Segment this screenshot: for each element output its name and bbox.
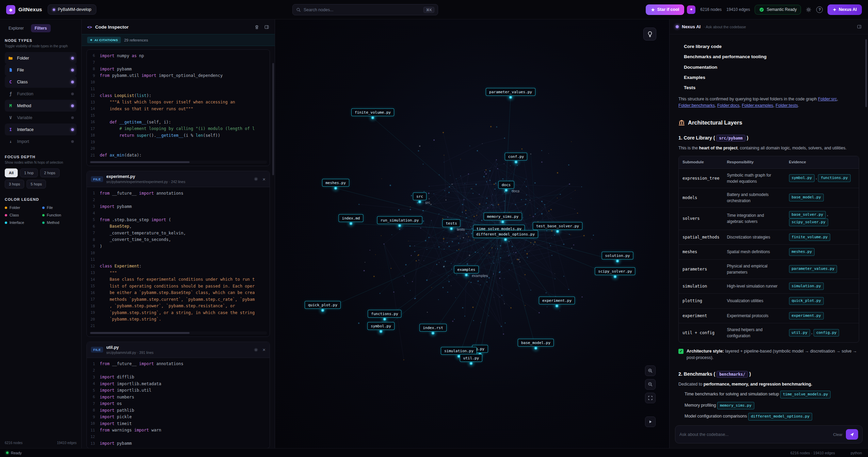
graph-node-dot[interactable] (418, 200, 421, 203)
graph-node-index-rst[interactable]: index.rst (419, 324, 447, 332)
send-button[interactable] (846, 429, 858, 440)
node-type-file[interactable]: File (5, 64, 77, 76)
evidence-chip[interactable]: base_solver.py (789, 211, 826, 219)
ai-panel-collapse-icon[interactable] (857, 24, 862, 29)
panel-collapse-icon[interactable] (264, 25, 269, 30)
graph-node-dot[interactable] (501, 220, 504, 224)
graph-node-dot[interactable] (469, 362, 473, 365)
graph-node-dot[interactable] (379, 330, 383, 333)
graph-node-tests[interactable]: tests (442, 219, 460, 227)
settings-gear-icon[interactable] (806, 7, 811, 13)
graph-node-run-simulation-py[interactable]: run_simulation.py (377, 216, 422, 224)
focus-option-2-hops[interactable]: 2 hops (40, 168, 60, 177)
graph-node-src[interactable]: src (413, 193, 427, 200)
graph-node-dot[interactable] (504, 238, 507, 241)
boost-sparkle-icon[interactable]: ✦ (687, 5, 695, 14)
folder-link-benchmarks[interactable]: Folder:benchmarks (678, 103, 715, 108)
folder-link-docs[interactable]: Folder:docs (717, 103, 739, 108)
focus-option-5-hops[interactable]: 5 hops (27, 180, 46, 189)
graph-node-meshes-py[interactable]: meshes.py (322, 179, 349, 187)
graph-node-test-base-solver-py[interactable]: test_base_solver.py (533, 222, 582, 230)
evidence-chip[interactable]: config.py (814, 329, 839, 337)
graph-node-conf-py[interactable]: conf.py (505, 153, 527, 161)
ai-input-box[interactable]: Clear (675, 425, 863, 443)
clear-button[interactable]: Clear (833, 432, 842, 437)
focus-option-1-hop[interactable]: 1 hop (20, 168, 38, 177)
visibility-toggle[interactable] (71, 81, 74, 83)
visibility-toggle[interactable] (71, 116, 74, 119)
focus-option-all[interactable]: All (5, 168, 18, 177)
graph-canvas[interactable]: parameter_values.pyfinite_volume.pyconf.… (275, 19, 669, 448)
graph-node-solution-py[interactable]: solution.py (602, 252, 633, 260)
folder-link-examples[interactable]: Folder:examples (742, 103, 773, 108)
tab-filters[interactable]: Filters (31, 24, 51, 32)
graph-node-dot[interactable] (321, 309, 324, 312)
evidence-chip[interactable]: meshes.py (789, 248, 815, 256)
insights-lightbulb-icon[interactable] (643, 28, 656, 40)
graph-node-docs[interactable]: docs (498, 181, 514, 189)
visibility-toggle[interactable] (71, 93, 74, 95)
graph-node-scipy-solver-py[interactable]: scipy_solver.py (595, 267, 635, 275)
benchmarks-chip[interactable]: benchmarks/ (717, 371, 748, 378)
evidence-chip[interactable]: symbol.py (789, 174, 815, 182)
focus-option-3-hops[interactable]: 3 hops (5, 180, 24, 189)
evidence-chip[interactable]: util.py (789, 329, 810, 337)
visibility-toggle[interactable] (71, 140, 74, 143)
graph-node-functions-py[interactable]: functions.py (368, 310, 401, 318)
graph-node-dot[interactable] (398, 224, 401, 227)
node-type-class[interactable]: CClass (5, 76, 77, 88)
help-icon[interactable]: ? (816, 6, 823, 13)
benchmark-chip[interactable]: different_model_options.py (748, 413, 812, 421)
node-type-function[interactable]: ƒFunction (5, 88, 77, 100)
graph-node-dot[interactable] (349, 222, 353, 225)
ai-question-input[interactable] (679, 432, 830, 437)
horizontal-scrollbar[interactable] (90, 161, 267, 164)
fit-screen-icon[interactable] (645, 393, 656, 403)
graph-node-dot[interactable] (555, 304, 559, 308)
visibility-toggle[interactable] (71, 57, 74, 60)
search-box[interactable]: ⌘K (292, 4, 438, 15)
folder-link-tests[interactable]: Folder:tests (776, 103, 798, 108)
graph-node-dot[interactable] (613, 275, 617, 278)
benchmark-chip[interactable]: time_solve_models.py (780, 391, 831, 398)
card-settings-icon[interactable] (254, 347, 258, 352)
node-type-import[interactable]: ↓Import (5, 135, 77, 147)
visibility-toggle[interactable] (71, 128, 74, 131)
graph-node-util-py[interactable]: util.py (460, 354, 482, 362)
graph-node-quick-plot-py[interactable]: quick_plot.py (305, 301, 341, 309)
visibility-toggle[interactable] (71, 104, 74, 107)
trash-icon[interactable] (254, 25, 259, 30)
inspector-scrollbar[interactable] (272, 63, 274, 175)
app-logo[interactable]: ◆ GitNexus (6, 5, 42, 14)
search-input[interactable] (304, 7, 421, 12)
graph-node-dot[interactable] (616, 259, 619, 263)
evidence-chip[interactable]: base_model.py (789, 194, 824, 201)
node-type-method[interactable]: MMethod (5, 100, 77, 112)
ai-panel-scrollbar[interactable] (865, 39, 867, 107)
graph-node-symbol-py[interactable]: symbol.py (367, 322, 395, 330)
visibility-toggle[interactable] (71, 69, 74, 71)
graph-node-dot[interactable] (534, 346, 537, 350)
graph-node-simulation-py[interactable]: simulation.py (441, 347, 477, 355)
graph-node-dot[interactable] (450, 227, 453, 230)
evidence-chip[interactable]: quick_plot.py (789, 297, 824, 305)
graph-node-parameter-values-py[interactable]: parameter_values.py (486, 88, 535, 96)
evidence-chip[interactable]: experiment.py (789, 312, 824, 320)
graph-node-memory-sims-py[interactable]: memory_sims.py (484, 213, 522, 221)
close-icon[interactable]: × (262, 347, 266, 352)
graph-node-experiment-py[interactable]: experiment.py (539, 297, 575, 305)
close-icon[interactable]: × (262, 177, 266, 182)
graph-node-finite-volume-py[interactable]: finite_volume.py (351, 109, 394, 116)
graph-node-dot[interactable] (334, 186, 337, 190)
graph-node-index-md[interactable]: index.md (339, 214, 364, 222)
graph-node-dot[interactable] (514, 160, 518, 164)
card-settings-icon[interactable] (254, 177, 258, 181)
zoom-in-icon[interactable] (645, 365, 656, 376)
graph-node-dot[interactable] (504, 189, 508, 192)
graph-node-dot[interactable] (431, 331, 435, 335)
evidence-chip[interactable]: finite_volume.py (789, 233, 831, 241)
benchmark-chip[interactable]: memory_sims.py (717, 402, 754, 410)
node-type-interface[interactable]: IInterface (5, 124, 77, 135)
graph-node-dot[interactable] (383, 317, 386, 321)
nexus-ai-button[interactable]: ✦ Nexus AI (827, 4, 862, 15)
